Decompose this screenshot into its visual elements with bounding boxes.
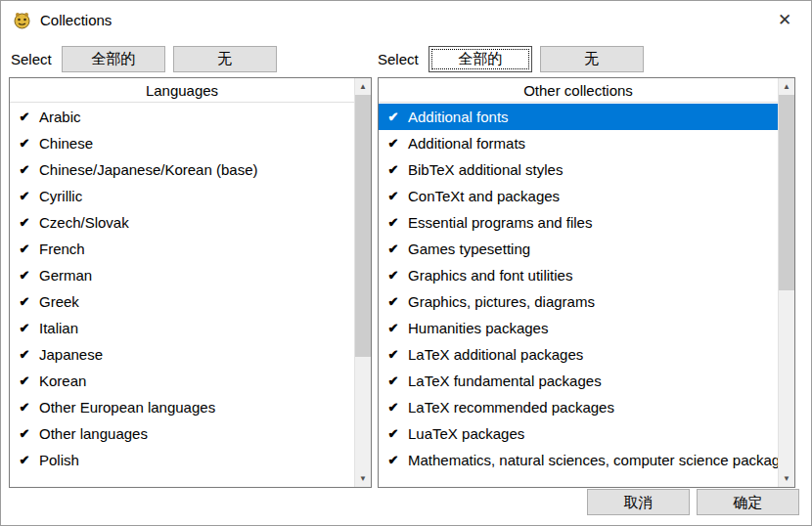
- check-icon: ✔: [10, 347, 39, 362]
- item-label: Polish: [39, 452, 79, 468]
- select-all-button[interactable]: 全部的: [429, 46, 532, 72]
- item-label: Humanities packages: [408, 320, 548, 336]
- item-label: Chinese: [39, 135, 93, 152]
- check-icon: ✔: [10, 162, 39, 177]
- other-collections-list: ✔ Additional fonts ✔ Additional formats …: [379, 104, 778, 487]
- check-icon: ✔: [379, 136, 408, 151]
- item-label: BibTeX additional styles: [408, 161, 563, 178]
- list-item[interactable]: ✔ Other languages: [10, 420, 354, 447]
- list-item[interactable]: ✔ German: [10, 262, 354, 288]
- item-label: Czech/Slovak: [39, 214, 129, 231]
- check-icon: ✔: [379, 321, 408, 335]
- check-icon: ✔: [10, 268, 39, 283]
- scroll-up-icon[interactable]: ▲: [779, 78, 794, 95]
- scroll-down-icon[interactable]: ▼: [779, 470, 794, 487]
- window-title: Collections: [40, 12, 112, 28]
- list-item[interactable]: ✔ Arabic: [10, 104, 354, 130]
- left-select-row: Select 全部的 无: [11, 45, 285, 72]
- check-icon: ✔: [10, 426, 39, 441]
- list-item[interactable]: ✔ Polish: [10, 447, 354, 473]
- scrollbar-thumb[interactable]: [779, 95, 794, 290]
- item-label: Mathematics, natural sciences, computer …: [408, 452, 778, 468]
- languages-listbox: Languages ✔ Arabic ✔ Chinese ✔ Chinese/J…: [9, 77, 372, 488]
- ok-button[interactable]: 确定: [697, 489, 799, 515]
- list-item[interactable]: ✔ Cyrillic: [10, 183, 354, 209]
- check-icon: ✔: [379, 453, 408, 467]
- list-item[interactable]: ✔ Korean: [10, 368, 354, 394]
- cancel-button[interactable]: 取消: [587, 489, 690, 515]
- list-item[interactable]: ✔ Italian: [10, 315, 354, 341]
- list-item[interactable]: ✔ Other European languages: [10, 394, 354, 420]
- check-icon: ✔: [379, 241, 408, 256]
- list-item[interactable]: ✔ Additional formats: [379, 130, 778, 156]
- item-label: Graphics and font utilities: [408, 267, 572, 284]
- list-title: Other collections: [379, 78, 778, 103]
- select-all-button[interactable]: 全部的: [62, 46, 165, 72]
- app-icon: [13, 11, 31, 29]
- item-label: LuaTeX packages: [408, 425, 524, 442]
- check-icon: ✔: [10, 215, 39, 230]
- item-label: Games typesetting: [408, 241, 530, 257]
- other-collections-listbox: Other collections ✔ Additional fonts ✔ A…: [378, 77, 795, 488]
- list-item[interactable]: ✔ LaTeX fundamental packages: [379, 368, 778, 394]
- list-item[interactable]: ✔ Mathematics, natural sciences, compute…: [379, 447, 778, 473]
- item-label: LaTeX additional packages: [408, 346, 583, 363]
- item-label: Other European languages: [39, 399, 215, 416]
- item-label: LaTeX recommended packages: [408, 399, 614, 416]
- check-icon: ✔: [379, 294, 408, 309]
- list-item[interactable]: ✔ Essential programs and files: [379, 209, 778, 236]
- list-item[interactable]: ✔ Graphics and font utilities: [379, 262, 778, 288]
- check-icon: ✔: [10, 136, 39, 151]
- list-item[interactable]: ✔ Czech/Slovak: [10, 209, 354, 236]
- scroll-up-icon[interactable]: ▲: [355, 78, 371, 95]
- languages-list: ✔ Arabic ✔ Chinese ✔ Chinese/Japanese/Ko…: [10, 104, 354, 487]
- item-label: German: [39, 267, 92, 284]
- list-item[interactable]: ✔ Japanese: [10, 341, 354, 368]
- item-label: Arabic: [39, 109, 81, 125]
- collections-dialog: Collections ✕ Select 全部的 无 Select 全部的 无 …: [0, 0, 812, 526]
- vertical-scrollbar[interactable]: ▲ ▼: [354, 78, 371, 487]
- item-label: Cyrillic: [39, 188, 82, 204]
- item-label: Korean: [39, 373, 86, 389]
- check-icon: ✔: [10, 110, 39, 124]
- list-item[interactable]: ✔ LaTeX recommended packages: [379, 394, 778, 420]
- check-icon: ✔: [10, 321, 39, 335]
- list-item[interactable]: ✔ Chinese: [10, 130, 354, 156]
- check-icon: ✔: [10, 373, 39, 388]
- list-item[interactable]: ✔ BibTeX additional styles: [379, 156, 778, 183]
- item-label: Other languages: [39, 425, 148, 442]
- list-item[interactable]: ✔ Graphics, pictures, diagrams: [379, 288, 778, 315]
- list-item[interactable]: ✔ ConTeXt and packages: [379, 183, 778, 209]
- check-icon: ✔: [379, 162, 408, 177]
- titlebar: Collections ✕: [1, 1, 811, 38]
- item-label: ConTeXt and packages: [408, 188, 560, 204]
- item-label: Italian: [39, 320, 78, 336]
- list-item[interactable]: ✔ Chinese/Japanese/Korean (base): [10, 156, 354, 183]
- check-icon: ✔: [379, 400, 408, 415]
- check-icon: ✔: [379, 373, 408, 388]
- check-icon: ✔: [10, 453, 39, 467]
- select-none-button[interactable]: 无: [173, 46, 277, 72]
- item-label: Additional formats: [408, 135, 525, 152]
- check-icon: ✔: [379, 215, 408, 230]
- list-item[interactable]: ✔ LaTeX additional packages: [379, 341, 778, 368]
- close-icon[interactable]: ✕: [768, 5, 801, 34]
- list-item[interactable]: ✔ French: [10, 236, 354, 262]
- list-item[interactable]: ✔ LuaTeX packages: [379, 420, 778, 447]
- item-label: Chinese/Japanese/Korean (base): [39, 161, 257, 178]
- check-icon: ✔: [10, 294, 39, 309]
- check-icon: ✔: [10, 189, 39, 203]
- item-label: LaTeX fundamental packages: [408, 373, 602, 389]
- check-icon: ✔: [379, 110, 408, 124]
- item-label: Greek: [39, 293, 79, 310]
- list-item[interactable]: ✔ Humanities packages: [379, 315, 778, 341]
- scroll-down-icon[interactable]: ▼: [355, 470, 371, 487]
- list-item[interactable]: ✔ Games typesetting: [379, 236, 778, 262]
- vertical-scrollbar[interactable]: ▲ ▼: [778, 78, 794, 487]
- list-item[interactable]: ✔ Additional fonts: [379, 104, 778, 130]
- scrollbar-thumb[interactable]: [355, 95, 371, 357]
- select-none-button[interactable]: 无: [540, 46, 644, 72]
- list-title: Languages: [10, 78, 354, 103]
- item-label: Graphics, pictures, diagrams: [408, 293, 595, 310]
- list-item[interactable]: ✔ Greek: [10, 288, 354, 315]
